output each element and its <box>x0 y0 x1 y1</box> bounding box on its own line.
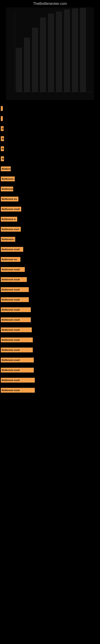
result-row: Bottleneck result <box>0 388 100 393</box>
bottleneck-result-bar: Bottleneck r <box>1 237 15 242</box>
bottleneck-result-bar: Bo <box>1 136 4 141</box>
result-row: Bottleneck resul <box>0 227 100 232</box>
result-row <box>0 106 100 111</box>
result-row: Bottleneck result <box>0 368 100 372</box>
bottleneck-result-bar: Bottleneck result <box>1 267 25 272</box>
bottleneck-result-bar: Bottlene <box>1 166 11 171</box>
bottleneck-result-bar: Bottleneck result <box>1 307 31 312</box>
results-section: B Bo Bo Bo Bottlene Bottleneck r Bottlen… <box>0 104 100 396</box>
chart-inner <box>6 8 94 100</box>
chart-svg <box>6 8 94 100</box>
result-row: Bottleneck result <box>0 207 100 212</box>
bottleneck-result-bar: Bottleneck result <box>1 328 32 332</box>
bottleneck-result-bar: Bottleneck result <box>1 368 34 372</box>
result-row: Bottleneck r <box>0 176 100 181</box>
bottleneck-result-bar <box>1 116 3 121</box>
bottleneck-result-bar: Bottleneck result <box>1 348 33 352</box>
result-row: Bottleneck result <box>0 267 100 272</box>
bottleneck-result-bar: Bottleneck result <box>1 378 35 382</box>
svg-rect-4 <box>24 38 30 92</box>
result-row: Bottleneck r <box>0 237 100 242</box>
bottleneck-result-bar: Bo <box>1 146 4 151</box>
result-row <box>0 116 100 121</box>
bottleneck-result-bar: Bottleneck result <box>1 338 33 342</box>
bottleneck-result-bar: Bo <box>1 156 4 161</box>
site-title: TheBottlenecker.com <box>0 0 100 8</box>
result-row: Bottleneck result <box>0 287 100 292</box>
svg-rect-10 <box>72 8 78 92</box>
result-row: Bottlene <box>0 166 100 171</box>
svg-rect-5 <box>32 28 38 92</box>
bottleneck-result-bar: Bottleneck result <box>1 247 23 252</box>
result-row: Bottleneck result <box>0 378 100 382</box>
result-row: Bottleneck result <box>0 317 100 322</box>
bottleneck-result-bar: Bottleneck res <box>1 257 20 262</box>
bottleneck-result-bar: Bottleneck <box>1 186 13 192</box>
bottleneck-result-bar: Bottleneck result <box>1 358 34 362</box>
bottleneck-result-bar: Bottleneck resul <box>1 227 21 232</box>
result-row: Bottleneck result <box>0 338 100 342</box>
result-row: Bottleneck result <box>0 297 100 302</box>
bottleneck-result-bar <box>1 106 3 111</box>
result-row: Bottleneck result <box>0 348 100 352</box>
bottleneck-result-bar: Bottleneck result <box>1 277 27 282</box>
result-row: Bottleneck res <box>0 257 100 262</box>
result-row: Bo <box>0 156 100 161</box>
bottleneck-result-bar: Bottleneck re <box>1 217 17 222</box>
result-row: Bottleneck result <box>0 307 100 312</box>
svg-rect-3 <box>16 48 22 92</box>
bottleneck-result-bar: Bottleneck result <box>1 297 29 302</box>
result-row: Bottleneck <box>0 186 100 192</box>
svg-rect-9 <box>64 10 70 92</box>
result-row: B <box>0 126 100 131</box>
svg-rect-8 <box>56 12 62 92</box>
result-row: Bottleneck res <box>0 196 100 202</box>
result-row: Bottleneck re <box>0 217 100 222</box>
result-row: Bottleneck result <box>0 277 100 282</box>
bottleneck-result-bar: Bottleneck r <box>1 176 15 181</box>
bottleneck-result-bar: Bottleneck result <box>1 207 21 212</box>
result-row: Bottleneck result <box>0 247 100 252</box>
bottleneck-result-bar: B <box>1 126 3 131</box>
result-row: Bo <box>0 146 100 151</box>
bottleneck-result-bar: Bottleneck result <box>1 317 31 322</box>
bottleneck-result-bar: Bottleneck result <box>1 388 35 393</box>
result-row: Bottleneck result <box>0 358 100 362</box>
svg-rect-6 <box>40 18 46 92</box>
svg-rect-11 <box>80 8 86 92</box>
result-row: Bottleneck result <box>0 328 100 332</box>
result-row: Bo <box>0 136 100 141</box>
bottleneck-result-bar: Bottleneck result <box>1 287 29 292</box>
chart-area <box>0 8 100 104</box>
svg-rect-7 <box>48 14 54 92</box>
bottleneck-result-bar: Bottleneck res <box>1 196 18 202</box>
